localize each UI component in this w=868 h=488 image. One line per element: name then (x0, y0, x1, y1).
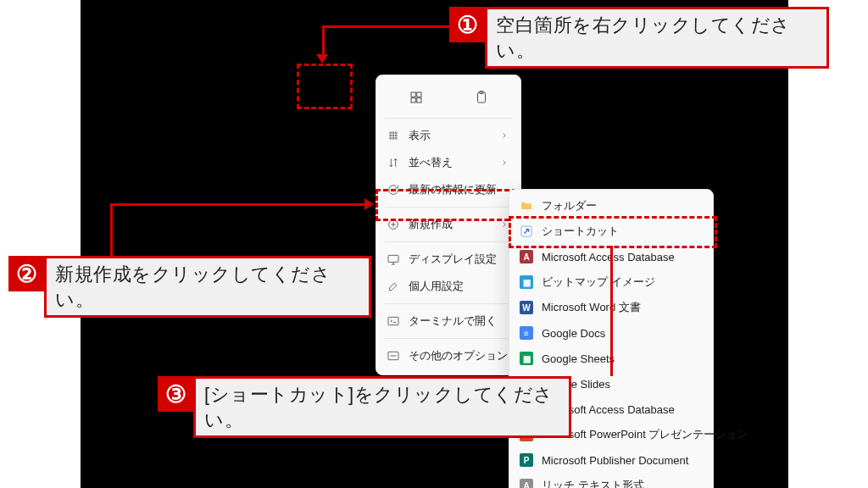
submenu-label: Microsoft PowerPoint プレゼンテーション (542, 427, 748, 442)
submenu-label: Google Sheets (542, 352, 701, 365)
menu-item-personalize[interactable]: 個人用設定 (376, 273, 520, 300)
menu-label: 表示 (409, 128, 492, 143)
submenu-item-folder[interactable]: フォルダー (509, 193, 713, 219)
context-menu-quickactions (376, 80, 520, 114)
svg-rect-1 (416, 92, 420, 97)
menu-label: ディスプレイ設定 (409, 252, 509, 267)
display-icon (387, 252, 400, 266)
submenu-label: フォルダー (542, 198, 701, 214)
menu-label: ターミナルで開く (409, 313, 509, 329)
arrow-1-v (322, 25, 325, 56)
svg-point-11 (395, 135, 397, 136)
chevron-right-icon (500, 220, 509, 229)
context-menu: 表示 並べ替え 最新の情報に更新 新規作成 ディスプレイ設定 個人用設定 (376, 75, 521, 375)
svg-rect-3 (416, 98, 420, 103)
step-number-1: ① (449, 7, 485, 42)
image-icon: ▦ (520, 275, 533, 289)
brush-icon (387, 280, 400, 293)
arrow-2-v (110, 203, 113, 256)
tutorial-stage: 表示 並べ替え 最新の情報に更新 新規作成 ディスプレイ設定 個人用設定 (0, 0, 868, 488)
layout-icon[interactable] (403, 85, 429, 110)
step-text-3: [ショートカット]をクリックしてください。 (193, 376, 571, 438)
word-icon: W (520, 301, 533, 314)
folder-icon (520, 199, 533, 213)
menu-item-more-options[interactable]: その他のオプションを確認 (376, 342, 520, 369)
callout-2: ② 新規作成をクリックしてください。 (8, 256, 371, 318)
access-icon: A (520, 250, 533, 263)
gdoc-icon: ≡ (520, 326, 533, 340)
sort-icon (387, 156, 400, 169)
svg-point-8 (395, 132, 397, 134)
more-icon (387, 349, 400, 363)
highlight-submenu-shortcut (509, 216, 717, 248)
step-text-1: 空白箇所を右クリックしてください。 (485, 7, 829, 69)
grid-icon (387, 129, 400, 142)
menu-separator (385, 241, 512, 242)
menu-item-terminal[interactable]: ターミナルで開く (376, 308, 520, 335)
svg-rect-0 (411, 92, 415, 97)
submenu-label: Microsoft Publisher Document (542, 454, 701, 467)
menu-separator (385, 338, 512, 339)
menu-label: 並べ替え (409, 155, 492, 170)
menu-separator (385, 118, 512, 119)
svg-point-12 (390, 137, 392, 139)
menu-label: 個人用設定 (409, 279, 509, 294)
chevron-right-icon (500, 131, 509, 140)
terminal-icon (387, 314, 400, 328)
submenu-label: Microsoft Access Database (542, 251, 701, 263)
callout-1: ① 空白箇所を右クリックしてください。 (449, 7, 829, 69)
step-text-2: 新規作成をクリックしてください。 (44, 256, 371, 318)
arrow-3-v (610, 246, 613, 376)
svg-point-10 (392, 135, 394, 136)
rtf-icon: A (520, 479, 533, 488)
arrow-2-h (110, 203, 364, 206)
svg-point-14 (395, 137, 397, 139)
svg-point-13 (392, 137, 394, 139)
callout-3: ③ [ショートカット]をクリックしてください。 (158, 376, 571, 438)
submenu-label: リッチ テキスト形式 (542, 478, 701, 488)
arrow-1-h (322, 25, 449, 28)
menu-item-sort[interactable]: 並べ替え (376, 149, 520, 176)
menu-item-display[interactable]: ディスプレイ設定 (376, 246, 520, 273)
svg-rect-2 (411, 98, 415, 103)
submenu-item-publisher[interactable]: PMicrosoft Publisher Document (509, 447, 713, 473)
submenu-label: Google Docs (542, 327, 701, 340)
highlight-menu-new (376, 189, 525, 221)
submenu-item-rtf[interactable]: Aリッチ テキスト形式 (509, 473, 713, 488)
paste-icon[interactable] (469, 85, 494, 110)
step-number-2: ② (8, 256, 44, 291)
publisher-icon: P (520, 453, 533, 467)
submenu-label: Microsoft Word 文書 (542, 300, 701, 315)
step-number-3: ③ (158, 376, 193, 412)
arrow-1-head (316, 54, 328, 64)
arrow-2-head (364, 198, 374, 210)
chevron-right-icon (500, 158, 509, 167)
svg-rect-16 (388, 255, 398, 262)
submenu-label: ビットマップ イメージ (542, 274, 701, 290)
svg-point-6 (390, 132, 392, 134)
svg-point-9 (390, 135, 392, 136)
svg-rect-17 (388, 317, 398, 324)
gsheet-icon: ▦ (520, 352, 533, 365)
svg-point-7 (392, 132, 394, 134)
right-click-target-marker (297, 64, 353, 109)
menu-separator (385, 303, 512, 304)
menu-item-view[interactable]: 表示 (376, 122, 520, 149)
